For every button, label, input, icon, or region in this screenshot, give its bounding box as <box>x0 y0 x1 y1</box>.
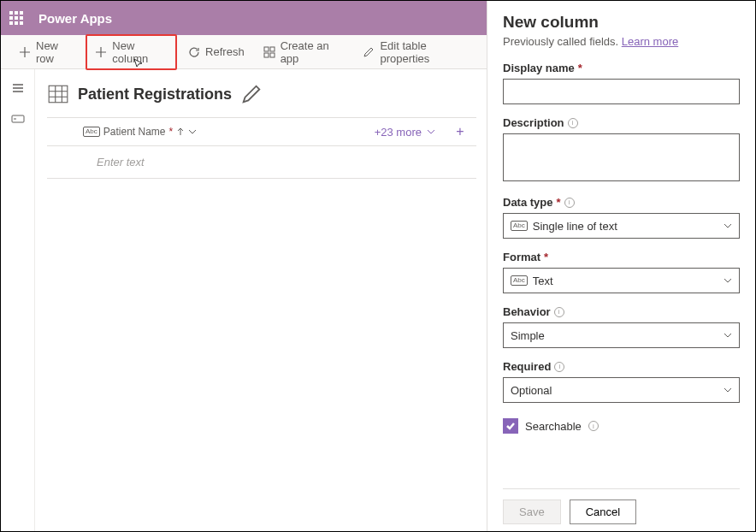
command-bar: New row New column Refresh Create an app… <box>1 35 488 69</box>
svg-rect-5 <box>49 86 68 103</box>
new-column-panel: New column Previously called fields. Lea… <box>487 1 755 532</box>
plus-icon <box>19 46 31 58</box>
add-column-button[interactable]: + <box>444 124 476 139</box>
text-type-icon: Abc <box>83 127 100 137</box>
waffle-icon[interactable] <box>9 11 23 25</box>
cancel-button[interactable]: Cancel <box>570 499 636 524</box>
chevron-down-icon <box>724 386 732 394</box>
sort-asc-icon <box>176 127 185 136</box>
text-type-icon: Abc <box>511 221 528 231</box>
grid-header: Abc Patient Name* +23 more + <box>47 117 476 146</box>
data-type-select[interactable]: AbcSingle line of text <box>503 213 740 239</box>
pencil-icon <box>363 46 375 58</box>
app-name: Power Apps <box>38 11 112 26</box>
table-icon <box>47 83 69 105</box>
info-icon[interactable]: i <box>554 307 564 317</box>
text-type-icon: Abc <box>511 275 528 286</box>
table-title: Patient Registrations <box>78 86 232 103</box>
display-name-input[interactable] <box>503 79 740 104</box>
cell-input[interactable]: Enter text <box>97 156 145 168</box>
hamburger-icon[interactable] <box>9 80 27 97</box>
new-row-button[interactable]: New row <box>11 36 82 68</box>
edit-table-properties-button[interactable]: Edit table properties <box>355 36 478 68</box>
info-icon[interactable]: i <box>564 198 575 208</box>
svg-rect-2 <box>264 53 269 57</box>
chevron-down-icon <box>724 276 732 285</box>
more-columns-button[interactable]: +23 more <box>375 126 444 139</box>
format-select[interactable]: AbcText <box>503 268 740 293</box>
save-button[interactable]: Save <box>503 499 561 524</box>
table-canvas: Patient Registrations Abc Patient Name* … <box>35 69 488 531</box>
searchable-label: Searchable <box>525 420 582 433</box>
chevron-down-icon <box>724 222 732 230</box>
chevron-down-icon <box>188 127 197 136</box>
panel-subtitle: Previously called fields. Learn more <box>503 35 740 48</box>
behavior-select[interactable]: Simple <box>503 322 740 348</box>
edit-title-icon[interactable] <box>240 83 263 105</box>
searchable-checkbox[interactable] <box>503 418 518 434</box>
create-app-button[interactable]: Create an app <box>256 36 352 68</box>
text-field-icon[interactable] <box>9 110 27 127</box>
svg-rect-3 <box>270 53 275 57</box>
new-column-button[interactable]: New column <box>86 34 177 70</box>
svg-rect-1 <box>270 47 275 51</box>
refresh-button[interactable]: Refresh <box>180 42 252 62</box>
info-icon[interactable]: i <box>588 421 599 431</box>
required-select[interactable]: Optional <box>503 377 740 403</box>
refresh-icon <box>188 46 200 58</box>
plus-icon <box>95 46 107 58</box>
info-icon[interactable]: i <box>554 362 564 372</box>
description-input[interactable] <box>503 133 740 181</box>
chevron-down-icon <box>724 331 732 340</box>
learn-more-link[interactable]: Learn more <box>622 35 678 48</box>
app-icon <box>263 46 275 58</box>
table-row[interactable]: Enter text <box>47 146 476 179</box>
chevron-down-icon <box>427 127 435 136</box>
app-header: Power Apps <box>1 1 488 35</box>
info-icon[interactable]: i <box>568 118 578 128</box>
panel-title: New column <box>503 13 740 32</box>
left-rail <box>1 69 35 531</box>
column-header-patient-name[interactable]: Abc Patient Name* <box>83 126 263 138</box>
svg-rect-0 <box>264 47 269 51</box>
